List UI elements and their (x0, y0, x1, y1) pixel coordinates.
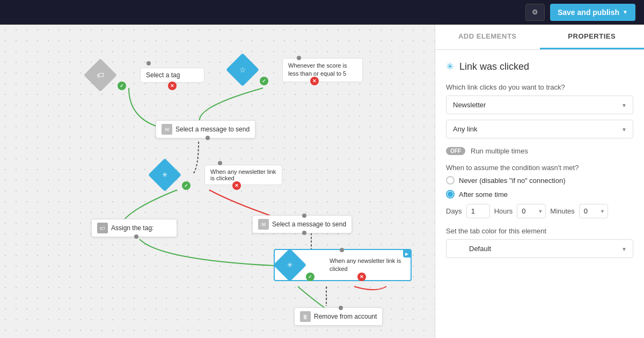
connector-dot (340, 248, 344, 252)
minutes-label: Minutes (550, 207, 575, 215)
days-input[interactable] (466, 204, 490, 218)
yes-badge-tag1: ✓ (118, 82, 126, 90)
tag-node-1-icon: 🏷 (97, 71, 104, 79)
score-condition-node[interactable]: ☆ Whenever the score is less than or equ… (231, 58, 363, 82)
color-label: Set the tab color for this element (446, 227, 633, 235)
hours-select[interactable]: 0 (517, 204, 546, 218)
node-handle: ▶ (403, 250, 411, 258)
any-link-select-wrapper[interactable]: Any link (446, 120, 633, 138)
newsletter-select-wrapper[interactable]: Newsletter (446, 95, 633, 114)
after-radio-row[interactable]: After some time (446, 190, 633, 199)
panel-tabs: ADD ELEMENTS PROPERTIES (435, 25, 644, 50)
workflow-canvas[interactable]: 🏷 Select a tag ✓ ✕ ☆ Whenever the score … (0, 25, 435, 338)
message-node-1-label: Select a message to send (175, 126, 250, 133)
gear-icon: ⚙ (532, 8, 538, 16)
tag-node-1[interactable]: 🏷 Select a tag ✓ ✕ (89, 63, 204, 87)
hours-label: Hours (494, 207, 513, 215)
trigger-icon: ✳ (446, 61, 454, 72)
yes-badge-click2: ✓ (306, 273, 314, 281)
panel-body: ✳ Link was clicked Which link clicks do … (435, 50, 644, 338)
yes-badge-score: ✓ (260, 77, 268, 85)
click-icon-1: ✳ (162, 171, 167, 179)
condition-label: When to assume the condition wasn't met? (446, 164, 633, 172)
connector-dot-bottom (206, 136, 210, 140)
trash-icon: 🗑 (300, 311, 311, 322)
connector-dot-bottom (302, 231, 306, 235)
message-node-2[interactable]: ✉ Select a message to send (252, 215, 352, 233)
tab-properties[interactable]: PROPERTIES (540, 25, 645, 49)
yes-badge-click1: ✓ (182, 181, 191, 190)
color-row: Default (446, 239, 633, 258)
connector-dot-top (339, 306, 343, 310)
mail-icon-2: ✉ (258, 219, 269, 230)
color-select-wrap[interactable]: Default (446, 239, 633, 258)
after-label: After some time (459, 190, 508, 199)
main-layout: 🏷 Select a tag ✓ ✕ ☆ Whenever the score … (0, 25, 644, 338)
toggle-multiple-times[interactable]: OFF (446, 147, 465, 155)
days-label: Days (446, 207, 462, 215)
time-row: Days Hours 0 Minutes 0 (446, 204, 633, 218)
tag-icon-2: 🏷 (97, 223, 108, 233)
never-radio[interactable] (446, 176, 455, 185)
connector-dot (218, 161, 222, 165)
trigger-header: ✳ Link was clicked (446, 61, 633, 72)
toggle-row: OFF Run multiple times (446, 147, 633, 155)
connector-dot-bottom (134, 234, 138, 239)
color-select[interactable]: Default (446, 239, 633, 258)
click-icon-2: ✳ (287, 261, 292, 269)
connector-dot-top (302, 214, 306, 218)
tag-node-1-label: Select a tag (146, 71, 180, 79)
properties-panel: ADD ELEMENTS PROPERTIES ✳ Link was click… (435, 25, 644, 338)
any-link-select[interactable]: Any link (446, 120, 633, 138)
assign-tag-label: Assign the tag: (111, 224, 153, 232)
hours-select-wrap[interactable]: 0 (517, 204, 546, 218)
toggle-label: Run multiple times (471, 147, 528, 155)
remove-node[interactable]: 🗑 Remove from account (294, 307, 383, 326)
save-publish-button[interactable]: Save and publish ▼ (550, 4, 635, 21)
never-label: Never (disables "if no" connection) (459, 177, 566, 185)
after-radio[interactable] (446, 190, 455, 199)
click-node-1-label: When any newsletter link is clicked (210, 168, 276, 181)
connector-dot (147, 61, 151, 65)
never-radio-row[interactable]: Never (disables "if no" connection) (446, 176, 633, 185)
no-badge-click2: ✕ (357, 273, 366, 281)
click-node-2-selected[interactable]: ✳ When any newsletter link is clicked ✓ … (274, 249, 412, 281)
remove-label: Remove from account (314, 313, 377, 320)
assign-tag-node[interactable]: 🏷 Assign the tag: (91, 219, 177, 237)
message-node-2-label: Select a message to send (272, 221, 346, 228)
topbar: ⚙ Save and publish ▼ (0, 0, 644, 25)
newsletter-select[interactable]: Newsletter (446, 95, 633, 114)
click-node-2-label: When any newsletter link is clicked (330, 258, 401, 272)
tab-add-elements[interactable]: ADD ELEMENTS (435, 25, 540, 49)
click-node-1[interactable]: ✳ When any newsletter link is clicked ✓ … (153, 163, 282, 187)
no-badge-tag1: ✕ (168, 82, 177, 90)
track-label: Which link clicks do you want to track? (446, 83, 633, 91)
message-node-1[interactable]: ✉ Select a message to send (156, 120, 255, 138)
star-icon: ☆ (239, 65, 246, 74)
chevron-down-icon: ▼ (623, 9, 628, 15)
minutes-select-wrap[interactable]: 0 (579, 204, 608, 218)
save-publish-label: Save and publish (558, 8, 619, 17)
no-badge-score: ✕ (310, 77, 319, 85)
mail-icon-1: ✉ (162, 124, 172, 135)
gear-button[interactable]: ⚙ (525, 4, 545, 21)
connector-dot (297, 56, 301, 60)
no-badge-click1: ✕ (232, 181, 241, 190)
score-node-label: Whenever the score is less than or equal… (288, 62, 347, 77)
minutes-select[interactable]: 0 (579, 204, 608, 218)
trigger-title: Link was clicked (459, 61, 529, 72)
